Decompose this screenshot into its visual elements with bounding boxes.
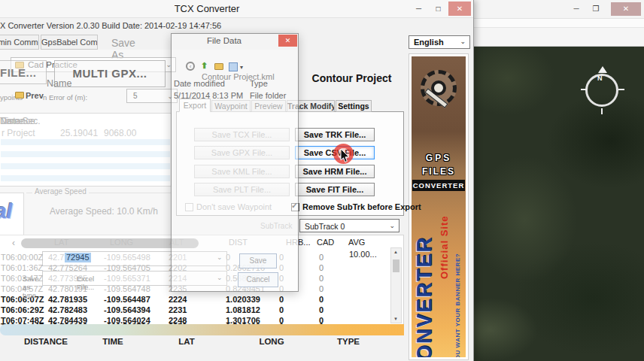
cell-lat: 42.781935 xyxy=(48,295,87,304)
cell-alt: 2231 xyxy=(169,305,187,314)
close-icon[interactable]: ✕ xyxy=(278,35,297,47)
map-window-titlebar: ─ ❐ ✕ xyxy=(472,0,644,19)
remove-subtrk-label: Remove SubTrk before Export xyxy=(302,202,421,211)
chevron-down-icon: ⌄ xyxy=(460,38,466,45)
cell-cad: 0 xyxy=(319,263,324,272)
compass-north-label: N xyxy=(597,74,603,82)
save-file-button[interactable]: Save FIT File... xyxy=(295,183,375,196)
nav-up-folder-icon[interactable]: ⬆ xyxy=(201,61,208,71)
map-toolbar xyxy=(472,28,644,47)
crank-hub-image xyxy=(431,80,446,96)
close-button[interactable]: ✕ xyxy=(611,2,641,16)
cell-dist: 1.081812 xyxy=(226,305,260,314)
name-label: Name xyxy=(47,78,71,89)
cell-cad: 0 xyxy=(319,274,324,283)
table-row[interactable]: T06:06:29Z 42.782483 -109.564394 2231 1.… xyxy=(0,305,404,315)
top-tab[interactable]: GpsBabel Comm xyxy=(41,35,98,50)
compass-tick xyxy=(581,89,587,90)
table-column-header[interactable]: CAD xyxy=(317,238,334,247)
file-data-dialog-title: File Data xyxy=(172,36,277,45)
top-tab[interactable]: min Comm xyxy=(0,35,39,50)
compass-icon[interactable]: N xyxy=(581,68,624,111)
cell-long: -109.564487 xyxy=(104,295,150,304)
save-file-button[interactable]: Save TRK File... xyxy=(295,128,375,141)
bottom-column-header[interactable]: TYPE xyxy=(325,337,372,346)
prev-ghost-text: Prev xyxy=(26,91,44,100)
bottom-column-header[interactable]: LONG xyxy=(248,337,295,346)
type-value: File folder xyxy=(250,91,286,100)
file-button-label: FILE... xyxy=(0,66,37,79)
compass-north-pointer xyxy=(598,66,607,73)
banner-rent-text: E FOR RENT... DO YOU WANT YOUR BANNER HE… xyxy=(454,198,461,357)
save-file-button[interactable]: Save HRM File... xyxy=(295,165,375,178)
compass-tick xyxy=(618,89,624,90)
cell-long: -109.564394 xyxy=(104,305,150,314)
subtrack-select[interactable]: SubTrack 0 ⌄ xyxy=(299,219,399,232)
views-icon[interactable] xyxy=(229,62,238,71)
cell-cad: 0 xyxy=(319,284,324,293)
nav-back-icon[interactable]: ‹ xyxy=(186,62,195,71)
banner-gps-text: GPS xyxy=(412,153,466,163)
cell-cad: 0 xyxy=(319,295,324,304)
titlebar: TCX Converter ─ □ ✕ xyxy=(0,0,473,18)
cell-cad: 0 xyxy=(319,305,324,314)
version-text: X Converter Version 2.0.30 Build Date: 2… xyxy=(0,21,221,30)
gradient-divider-bar xyxy=(0,324,404,335)
maximize-button[interactable]: □ xyxy=(429,2,448,16)
save-as-type-label: Save as type xyxy=(23,275,39,299)
file-data-dialog: File Data ✕ ‹ ⬆ ▾ Contour Project.kml Da… xyxy=(171,33,299,292)
banner-tcx-converter-text: TCX CONVERTER xyxy=(413,234,436,357)
cell-hr: 0 xyxy=(279,305,284,314)
error-value: 5 xyxy=(133,92,138,100)
folder-icon xyxy=(15,92,24,99)
language-select[interactable]: English ⌄ xyxy=(409,35,470,49)
banner-converter-text: CONVERTER xyxy=(412,180,465,191)
bottom-column-header[interactable]: LAT xyxy=(164,337,209,346)
date-modified-value: 5/11/2014 8:13 PM xyxy=(174,91,243,100)
restore-button[interactable]: ❐ xyxy=(587,2,605,16)
screen: ─ ❐ ✕ N TCX Converter ─ □ ✕ X Converter … xyxy=(0,0,644,361)
close-button[interactable]: ✕ xyxy=(448,2,471,16)
error-value-select[interactable]: 5 ⌄ xyxy=(126,89,178,103)
banner-files-text: FILES xyxy=(412,166,466,177)
chevron-down-icon: ⌄ xyxy=(389,222,395,229)
cell-lat: 42.782483 xyxy=(48,305,87,314)
cell-cad: 0 xyxy=(319,253,324,262)
table-column-header[interactable]: B... xyxy=(298,238,311,247)
scroll-down-icon[interactable]: ▼ xyxy=(393,317,398,321)
map-window: ─ ❐ ✕ N xyxy=(471,0,644,361)
table-column-header[interactable]: AVG xyxy=(348,238,365,247)
scrollbar-thumb[interactable] xyxy=(393,259,399,272)
export-tab[interactable]: Settings xyxy=(336,100,372,112)
minimize-button[interactable]: ─ xyxy=(409,2,428,16)
cell-dist: 1.020339 xyxy=(226,295,260,304)
views-dropdown-icon[interactable]: ▾ xyxy=(240,64,243,71)
cell-alt: 2224 xyxy=(169,295,187,304)
map-menubar xyxy=(472,19,644,28)
cell-hr: 0 xyxy=(279,295,284,304)
satellite-map[interactable]: N xyxy=(473,47,644,361)
window-title: TCX Converter xyxy=(150,3,263,14)
table-row[interactable]: T06:06:07Z 42.781935 -109.564487 2224 1.… xyxy=(0,295,404,305)
table-scrollbar[interactable]: ▲ ▼ xyxy=(390,247,402,323)
date-modified-column-header[interactable]: Date modified xyxy=(174,79,225,88)
subtrack-value: SubTrack 0 xyxy=(305,222,345,231)
project-title: Contour Project xyxy=(297,72,406,84)
error-of-m-label: n Error of (m): xyxy=(43,93,87,102)
cell-time: T06:06:29Z xyxy=(1,305,44,314)
language-value: English xyxy=(414,38,444,47)
new-folder-icon[interactable] xyxy=(214,63,223,70)
bottom-column-header[interactable]: TIME xyxy=(90,337,135,346)
selected-text-highlight: 72945 xyxy=(65,253,91,262)
banner-official-site-text: Official Site xyxy=(439,198,450,279)
bottom-column-header[interactable]: DISTANCE xyxy=(15,337,77,346)
compass-tick xyxy=(601,108,603,114)
save-as-type-value: Excel File... xyxy=(77,275,94,291)
scroll-up-icon[interactable]: ▲ xyxy=(393,250,398,254)
minimize-button[interactable]: ─ xyxy=(567,2,585,16)
type-column-header[interactable]: Type xyxy=(250,79,268,88)
